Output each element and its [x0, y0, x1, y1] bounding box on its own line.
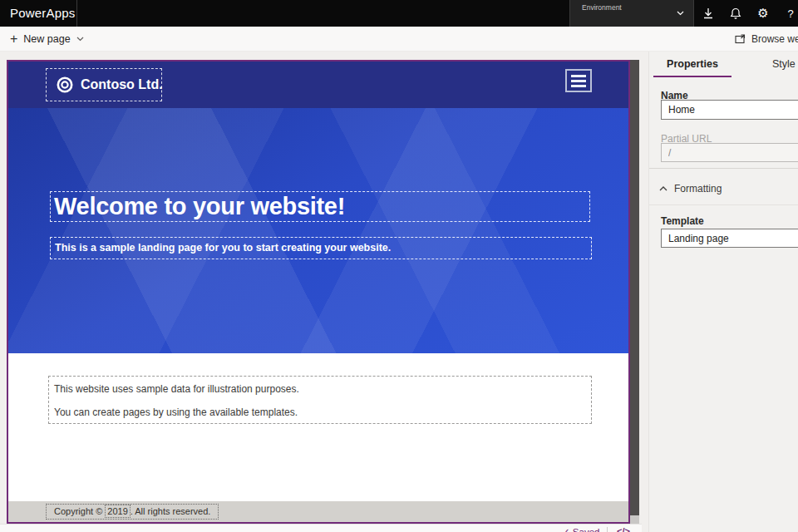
help-icon: ?	[787, 7, 793, 20]
chevron-up-icon	[659, 186, 667, 191]
new-page-button[interactable]: + New page	[10, 27, 84, 52]
status-divider	[607, 527, 608, 532]
properties-panel: Properties Style Name Partial URL Format…	[648, 52, 798, 532]
hero-title: Welcome to your website!	[51, 192, 589, 221]
powerapps-logo[interactable]: PowerApps	[10, 0, 76, 27]
site-header-section[interactable]: Contoso Ltd.	[8, 62, 628, 108]
hero-subtitle: This is a sample landing page for you to…	[51, 238, 591, 259]
gear-icon: ⚙	[757, 6, 768, 21]
copyright-prefix: Copyright ©	[54, 506, 105, 516]
hero-title-editable-region[interactable]: Welcome to your website!	[50, 191, 590, 222]
chevron-down-icon	[677, 11, 684, 16]
hamburger-menu-button[interactable]	[565, 69, 592, 92]
save-status: ✓ Saved	[562, 526, 599, 532]
status-bar: ✓ Saved </>	[0, 524, 642, 532]
site-logo-editable-region[interactable]: Contoso Ltd.	[46, 68, 162, 101]
template-field-label: Template	[661, 215, 704, 227]
tab-properties[interactable]: Properties	[653, 52, 732, 76]
active-tab-indicator	[653, 76, 732, 77]
hero-section[interactable]: Welcome to your website! This is a sampl…	[8, 108, 628, 353]
partial-url-field	[661, 143, 798, 162]
scrollbar-thumb[interactable]	[630, 60, 639, 515]
header-divider	[76, 0, 77, 27]
site-brand-text: Contoso Ltd.	[81, 77, 163, 92]
template-select[interactable]	[661, 229, 798, 248]
copyright-year[interactable]: 2019	[105, 505, 130, 518]
settings-button[interactable]: ⚙	[750, 0, 776, 27]
panel-divider-faint	[649, 204, 798, 205]
browse-website-button[interactable]: Browse website	[735, 27, 798, 52]
new-page-label: New page	[23, 33, 70, 45]
browse-website-icon	[735, 34, 746, 44]
page-canvas[interactable]: Contoso Ltd. Welcome to your website! Th…	[7, 60, 630, 524]
content-line-1: This website uses sample data for illust…	[54, 383, 591, 395]
content-section[interactable]: This website uses sample data for illust…	[8, 353, 628, 501]
saved-label: Saved	[573, 527, 600, 532]
app-header: PowerApps Environment ⚙ ?	[0, 0, 798, 27]
chevron-down-icon	[76, 37, 84, 42]
panel-tabs: Properties Style	[649, 52, 798, 78]
help-button[interactable]: ?	[777, 0, 798, 27]
content-line-2: You can create pages by using the availa…	[54, 406, 591, 418]
command-bar: + New page Browse website	[0, 27, 798, 52]
powerapps-studio-window: PowerApps Environment ⚙ ? + N	[0, 0, 798, 532]
browse-website-label: Browse website	[751, 33, 798, 45]
bell-icon	[730, 7, 741, 19]
download-button[interactable]	[695, 0, 722, 27]
formatting-label: Formatting	[674, 183, 722, 195]
canvas-scrollbar[interactable]	[630, 60, 639, 524]
environment-picker[interactable]: Environment	[569, 0, 694, 27]
code-view-button[interactable]: </>	[617, 526, 630, 532]
environment-label: Environment	[582, 3, 622, 12]
notifications-button[interactable]	[722, 0, 749, 27]
check-icon: ✓	[562, 527, 570, 532]
copyright-suffix: . All rights reserved.	[131, 506, 211, 516]
content-editable-region[interactable]: This website uses sample data for illust…	[48, 376, 592, 424]
name-field[interactable]	[661, 100, 798, 120]
download-icon	[702, 7, 714, 19]
panel-divider	[649, 168, 798, 169]
code-icon: </>	[617, 526, 630, 532]
contoso-logo-icon	[56, 76, 74, 94]
formatting-section-toggle[interactable]: Formatting	[659, 181, 722, 196]
copyright-editable-region[interactable]: Copyright © 2019. All rights reserved.	[46, 504, 219, 520]
site-footer-section[interactable]: Copyright © 2019. All rights reserved.	[8, 501, 628, 522]
plus-icon: +	[10, 32, 17, 46]
hero-subtitle-editable-region[interactable]: This is a sample landing page for you to…	[50, 237, 592, 259]
tab-style[interactable]: Style	[772, 52, 796, 76]
